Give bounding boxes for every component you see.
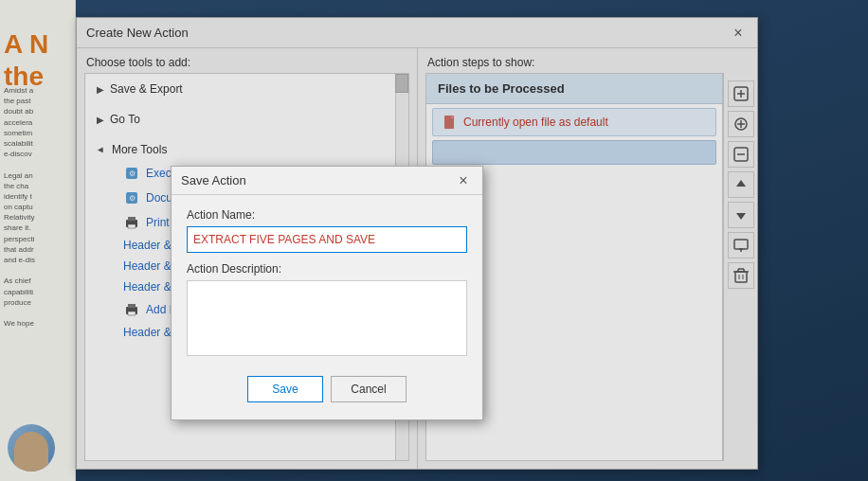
- save-dialog-titlebar: Save Action ×: [172, 167, 482, 195]
- cancel-button[interactable]: Cancel: [331, 376, 407, 402]
- save-button[interactable]: Save: [247, 376, 323, 402]
- action-name-label: Action Name:: [187, 208, 467, 222]
- action-description-label: Action Description:: [187, 262, 467, 276]
- action-description-input[interactable]: [187, 280, 467, 356]
- save-action-dialog: Save Action × Action Name: Action Descri…: [171, 166, 483, 420]
- save-dialog-body: Action Name: Action Description: Save Ca…: [172, 195, 482, 419]
- action-name-input[interactable]: [187, 226, 467, 253]
- dialog-buttons: Save Cancel: [187, 368, 467, 406]
- save-dialog-title: Save Action: [181, 173, 246, 187]
- save-dialog-close-button[interactable]: ×: [454, 171, 473, 190]
